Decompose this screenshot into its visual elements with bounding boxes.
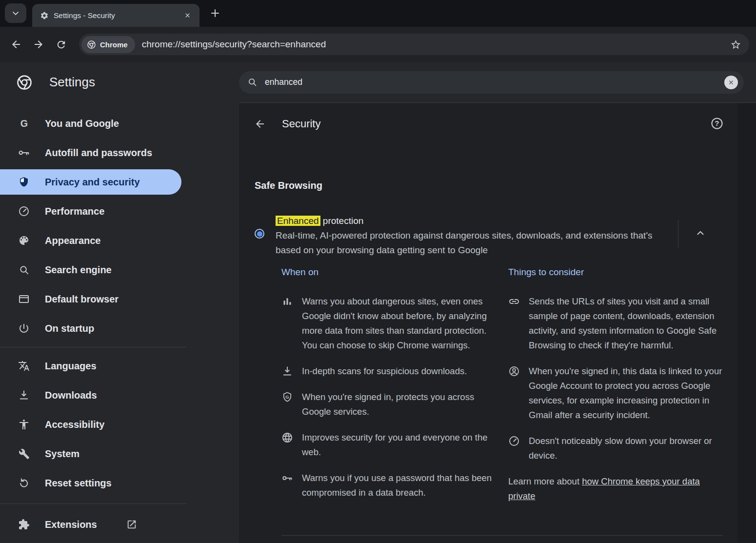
key-icon <box>281 472 293 500</box>
star-icon <box>730 39 741 50</box>
forward-button[interactable] <box>27 33 50 56</box>
download-icon <box>281 365 293 379</box>
sidebar-item-label: Autofill and passwords <box>45 147 152 159</box>
list-item: When you're signed in, protects you acro… <box>281 390 508 419</box>
sidebar-item-label: Search engine <box>45 264 112 276</box>
list-item: Improves security for you and everyone o… <box>281 430 508 460</box>
shield-g-icon <box>281 391 293 419</box>
tab-close-button[interactable] <box>181 9 194 22</box>
sidebar-item-label: Languages <box>45 361 97 372</box>
sidebar-item-system[interactable]: System <box>0 441 181 466</box>
sidebar-item-accessibility[interactable]: Accessibility <box>0 412 181 437</box>
chrome-logo-icon <box>16 74 33 91</box>
account-circle-icon <box>508 365 520 422</box>
site-chip-label: Chrome <box>100 40 128 49</box>
things-to-consider-heading: Things to consider <box>508 265 727 280</box>
reload-button[interactable] <box>50 33 72 56</box>
palette-icon <box>18 235 30 246</box>
sidebar-item-label: On startup <box>45 323 94 334</box>
help-button[interactable] <box>710 117 724 130</box>
when-on-heading: When on <box>281 265 508 280</box>
sidebar-item-on-startup[interactable]: On startup <box>0 316 181 341</box>
gear-icon <box>40 11 49 20</box>
list-item-text: When you're signed in, protects you acro… <box>302 390 497 419</box>
enhanced-protection-row: Enhanced protection Real-time, AI-powere… <box>255 212 722 258</box>
arrow-right-icon <box>33 39 44 50</box>
list-item-text: Warns you about dangerous sites, even on… <box>302 294 497 353</box>
enhanced-protection-title-rest: protection <box>320 216 364 226</box>
sidebar-item-privacy-security[interactable]: Privacy and security <box>0 169 181 195</box>
enhanced-details: When on Warns you about dangerous sites,… <box>281 265 727 511</box>
new-tab-button[interactable] <box>209 7 221 19</box>
collapse-button[interactable] <box>678 212 722 253</box>
external-link-icon <box>126 519 137 530</box>
link-icon <box>508 296 520 353</box>
shield-icon <box>18 176 30 188</box>
chevron-down-icon <box>11 8 20 18</box>
settings-brand: Settings <box>0 74 239 91</box>
sidebar-item-label: Default browser <box>45 294 119 305</box>
search-icon <box>18 264 30 276</box>
bookmark-button[interactable] <box>730 39 741 50</box>
settings-title: Settings <box>49 75 95 90</box>
accessibility-icon <box>18 419 30 430</box>
chevron-up-icon <box>695 228 706 239</box>
sidebar-item-languages[interactable]: Languages <box>0 353 181 379</box>
sidebar-item-reset-settings[interactable]: Reset settings <box>0 470 181 496</box>
sidebar-item-label: Appearance <box>45 235 101 246</box>
sidebar-divider <box>0 347 186 347</box>
back-button[interactable] <box>5 33 27 56</box>
search-icon <box>247 77 258 87</box>
search-input[interactable] <box>264 77 718 88</box>
translate-icon <box>18 360 30 372</box>
puzzle-icon <box>18 519 30 530</box>
sidebar-item-search-engine[interactable]: Search engine <box>0 257 181 282</box>
sidebar-item-label: Reset settings <box>45 478 112 489</box>
sidebar-item-label: Downloads <box>45 390 97 401</box>
close-icon <box>728 79 735 86</box>
sidebar-divider <box>0 503 186 504</box>
google-g-icon <box>18 118 30 130</box>
sidebar-item-label: You and Google <box>45 118 119 129</box>
tab-title: Settings - Security <box>54 11 176 20</box>
arrow-left-icon <box>254 118 266 130</box>
power-icon <box>18 322 30 334</box>
site-chip[interactable]: Chrome <box>81 36 135 53</box>
chrome-logo-icon <box>87 40 96 49</box>
section-title: Safe Browsing <box>255 180 322 191</box>
list-item-text: Sends the URLs of sites you visit and a … <box>529 294 726 353</box>
sidebar-item-label: System <box>45 448 80 460</box>
sidebar-item-you-and-google[interactable]: You and Google <box>0 111 181 136</box>
list-item: Warns you if you use a password that has… <box>281 471 508 500</box>
browser-window-icon <box>18 293 30 305</box>
sidebar-item-extensions[interactable]: Extensions <box>0 512 181 537</box>
sidebar-item-default-browser[interactable]: Default browser <box>0 286 181 312</box>
address-bar[interactable]: Chrome chrome://settings/security?search… <box>79 34 749 55</box>
page-title: Security <box>282 117 320 131</box>
scrollbar-track[interactable] <box>737 102 756 543</box>
download-icon <box>18 389 30 401</box>
sidebar-item-autofill[interactable]: Autofill and passwords <box>0 140 181 165</box>
list-item-text: In-depth scans for suspicious downloads. <box>302 364 497 379</box>
security-back-button[interactable] <box>253 117 267 131</box>
settings-content: Security Safe Browsing Enhanced protecti… <box>239 102 737 543</box>
sidebar-item-performance[interactable]: Performance <box>0 199 181 224</box>
row-divider <box>281 535 723 536</box>
enhanced-protection-title: Enhanced protection <box>276 214 678 228</box>
tab-search-button[interactable] <box>5 3 26 23</box>
key-icon <box>18 146 30 159</box>
main-area: You and Google Autofill and passwords Pr… <box>0 102 756 543</box>
list-item: In-depth scans for suspicious downloads. <box>281 364 508 379</box>
list-item: Sends the URLs of sites you visit and a … <box>508 294 727 353</box>
enhanced-protection-radio[interactable] <box>255 229 264 239</box>
learn-more-prefix: Learn more about <box>508 476 582 486</box>
sidebar-item-downloads[interactable]: Downloads <box>0 382 181 408</box>
sidebar-item-label: Accessibility <box>45 419 104 430</box>
sidebar-item-appearance[interactable]: Appearance <box>0 228 181 253</box>
clear-search-button[interactable] <box>724 76 738 89</box>
settings-search[interactable] <box>239 71 744 94</box>
reload-icon <box>56 39 67 50</box>
search-highlight: Enhanced <box>276 216 320 226</box>
browser-tab[interactable]: Settings - Security <box>32 4 199 27</box>
learn-more-text: Learn more about how Chrome keeps your d… <box>508 474 716 503</box>
